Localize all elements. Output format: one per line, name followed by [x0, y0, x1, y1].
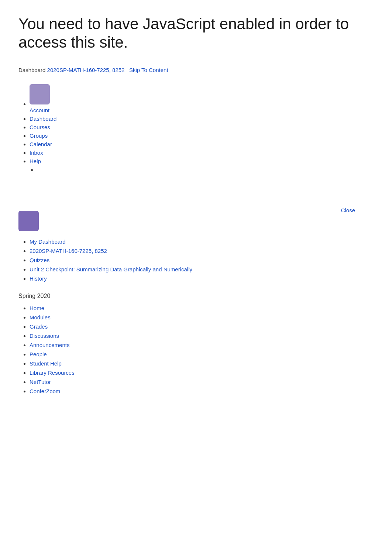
course-nav-item-library-resources: Library Resources — [30, 370, 374, 376]
course-nav: Home Modules Grades Discussions Announce… — [18, 305, 374, 394]
course-nettutor-link[interactable]: NetTutor — [30, 379, 51, 385]
course-library-resources-link[interactable]: Library Resources — [30, 370, 75, 376]
global-nav-inbox-link[interactable]: Inbox — [30, 150, 43, 156]
course-section: Spring 2020 Home Modules Grades Discussi… — [18, 293, 374, 394]
course-nav-item-student-help: Student Help — [30, 360, 374, 367]
panel-breadcrumb-item-checkpoint: Unit 2 Checkpoint: Summarizing Data Grap… — [30, 266, 374, 272]
panel-breadcrumb-items: My Dashboard 2020SP-MATH-160-7225, 8252 … — [22, 238, 374, 282]
user-avatar — [30, 84, 50, 104]
breadcrumb-prefix: Dashboard — [18, 67, 45, 73]
course-modules-link[interactable]: Modules — [30, 314, 51, 320]
user-panel — [18, 211, 374, 231]
global-nav-item-inbox: Inbox — [30, 150, 374, 156]
breadcrumb-course-link[interactable]: 2020SP-MATH-160-7225, 8252 — [47, 67, 125, 73]
global-nav-calendar-link[interactable]: Calendar — [30, 141, 52, 147]
global-nav-dashboard-link[interactable]: Dashboard — [30, 116, 56, 122]
global-nav-item-empty — [37, 167, 374, 174]
global-nav-item-dashboard: Dashboard — [30, 116, 374, 122]
breadcrumb-panel: Close My Dashboard 2020SP-MATH-160-7225,… — [18, 207, 374, 282]
course-nav-item-modules: Modules — [30, 314, 374, 320]
panel-breadcrumb-item-history: History — [30, 275, 374, 282]
skip-to-content-link[interactable]: Skip To Content — [129, 67, 168, 73]
global-nav-item-help: Help — [30, 158, 374, 164]
panel-quizzes-link[interactable]: Quizzes — [30, 257, 49, 263]
panel-course-link[interactable]: 2020SP-MATH-160-7225, 8252 — [30, 248, 107, 254]
close-button[interactable]: Close — [341, 207, 355, 213]
course-semester-label: Spring 2020 — [18, 293, 374, 299]
panel-breadcrumb-list: My Dashboard 2020SP-MATH-160-7225, 8252 … — [22, 238, 374, 282]
course-nav-item-conferzoom: ConferZoom — [30, 388, 374, 394]
course-nav-item-grades: Grades — [30, 323, 374, 330]
breadcrumb-bar: Dashboard 2020SP-MATH-160-7225, 8252 Ski… — [18, 67, 374, 73]
global-nav-item-courses: Courses — [30, 124, 374, 130]
js-warning-section: You need to have JavaScript enabled in o… — [18, 15, 374, 52]
global-nav: Account Dashboard Courses Groups Calenda… — [18, 84, 374, 174]
course-nav-item-nettutor: NetTutor — [30, 379, 374, 385]
course-announcements-link[interactable]: Announcements — [30, 342, 69, 348]
js-warning-heading: You need to have JavaScript enabled in o… — [18, 15, 374, 52]
global-nav-list: Account Dashboard Courses Groups Calenda… — [18, 84, 374, 174]
panel-breadcrumb-item-quizzes: Quizzes — [30, 257, 374, 263]
global-nav-item-calendar: Calendar — [30, 141, 374, 147]
panel-breadcrumb-item-course: 2020SP-MATH-160-7225, 8252 — [30, 248, 374, 254]
panel-breadcrumb-item-dashboard: My Dashboard — [30, 238, 374, 245]
course-conferzoom-link[interactable]: ConferZoom — [30, 388, 60, 394]
course-grades-link[interactable]: Grades — [30, 323, 48, 330]
global-nav-item-avatar: Account — [30, 84, 374, 113]
course-home-link[interactable]: Home — [30, 305, 44, 311]
global-nav-groups-link[interactable]: Groups — [30, 133, 48, 139]
panel-checkpoint-link[interactable]: Unit 2 Checkpoint: Summarizing Data Grap… — [30, 266, 192, 272]
course-discussions-link[interactable]: Discussions — [30, 333, 59, 339]
course-nav-list: Home Modules Grades Discussions Announce… — [18, 305, 374, 394]
global-nav-help-link[interactable]: Help — [30, 158, 41, 164]
global-nav-item-groups: Groups — [30, 133, 374, 139]
course-student-help-link[interactable]: Student Help — [30, 360, 62, 367]
course-nav-item-home: Home — [30, 305, 374, 311]
course-nav-item-announcements: Announcements — [30, 342, 374, 348]
panel-my-dashboard-link[interactable]: My Dashboard — [30, 238, 66, 245]
panel-history-link[interactable]: History — [30, 275, 47, 282]
global-nav-account-link[interactable]: Account — [30, 107, 49, 113]
panel-user-avatar — [18, 211, 39, 231]
global-nav-courses-link[interactable]: Courses — [30, 124, 50, 130]
course-nav-item-discussions: Discussions — [30, 333, 374, 339]
course-people-link[interactable]: People — [30, 351, 47, 357]
course-nav-item-people: People — [30, 351, 374, 357]
